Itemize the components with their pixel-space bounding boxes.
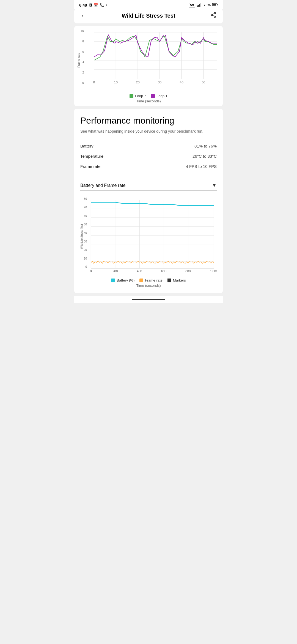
framerate-xlabel: Time (seconds): [77, 99, 220, 103]
stat-framerate-value: 4 FPS to 10 FPS: [186, 164, 217, 169]
svg-text:50: 50: [202, 81, 205, 84]
svg-line-10: [213, 15, 214, 16]
bottom-gesture-bar: [74, 296, 223, 303]
legend-loop7: Loop 7: [130, 94, 146, 98]
dot-indicator: •: [106, 3, 107, 7]
battery-icon: [212, 3, 218, 7]
status-time: 6:48: [79, 3, 87, 7]
framerate-y-ticks: 10 8 6 4 2 0: [81, 29, 85, 90]
svg-rect-2: [199, 4, 200, 7]
top-nav: ← Wild Life Stress Test: [74, 9, 223, 23]
dropdown-label: Battery and Frame rate: [80, 183, 126, 188]
stat-framerate: Frame rate 4 FPS to 10 FPS: [80, 161, 217, 171]
legend-framerate-color: [139, 279, 143, 282]
svg-rect-1: [198, 5, 199, 7]
battery-y-label: Wild Life Stress Test: [80, 224, 83, 249]
legend-battery: Battery (%): [111, 278, 134, 282]
performance-card: Performance monitoring See what was happ…: [74, 109, 223, 293]
svg-text:40: 40: [180, 81, 183, 84]
status-right: 5G 76%: [189, 3, 218, 7]
battery-chart-legend: Battery (%) Frame rate Markers: [80, 278, 217, 282]
svg-text:800: 800: [185, 270, 191, 273]
legend-markers: Markers: [167, 278, 186, 282]
battery-chart-wrapper: Wild Life Stress Test 80 70 60 50 40 30 …: [80, 197, 217, 275]
framerate-y-label: Frame rate: [77, 53, 80, 68]
svg-rect-3: [200, 3, 201, 7]
stat-temperature: Temperature 26°C to 33°C: [80, 151, 217, 161]
5g-icon: 5G: [189, 3, 195, 7]
legend-loop1: Loop 1: [151, 94, 167, 98]
svg-text:600: 600: [161, 270, 166, 273]
svg-text:0: 0: [90, 270, 92, 273]
legend-loop1-color: [151, 94, 155, 98]
svg-text:400: 400: [137, 270, 142, 273]
svg-text:200: 200: [112, 270, 118, 273]
svg-text:30: 30: [158, 81, 161, 84]
battery-pct: 76%: [204, 3, 211, 7]
stat-battery-label: Battery: [80, 144, 94, 148]
legend-markers-color: [167, 279, 171, 282]
perf-desc: See what was happening inside your devic…: [80, 129, 217, 134]
legend-loop7-label: Loop 7: [135, 94, 146, 98]
photo-icon: 🖼: [89, 3, 92, 7]
status-left: 6:48 🖼 📅 📞 •: [79, 3, 107, 7]
svg-rect-0: [197, 6, 198, 7]
dropdown-arrow-icon: ▼: [212, 182, 217, 188]
svg-rect-5: [217, 4, 218, 6]
stat-battery-value: 81% to 76%: [194, 144, 217, 148]
page-title: Wild Life Stress Test: [88, 13, 209, 19]
battery-xlabel: Time (seconds): [80, 283, 217, 288]
stat-temperature-label: Temperature: [80, 154, 103, 159]
share-button[interactable]: [209, 12, 218, 20]
framerate-svg: 0 10 20 30 40 50: [85, 29, 220, 90]
framerate-chart-wrapper: Frame rate 10 8 6 4 2 0: [77, 29, 220, 91]
legend-markers-label: Markers: [173, 278, 186, 282]
svg-text:10: 10: [114, 81, 118, 84]
phone-icon: 📞: [100, 3, 104, 7]
battery-y-ticks: 80 70 60 50 40 30 20 10 0: [84, 197, 88, 274]
legend-framerate-label: Frame rate: [145, 278, 163, 282]
status-bar: 6:48 🖼 📅 📞 • 5G 76%: [74, 0, 223, 9]
stat-battery: Battery 81% to 76%: [80, 141, 217, 151]
signal-icon: [197, 3, 202, 7]
legend-framerate: Frame rate: [139, 278, 163, 282]
battery-framerate-chart-container: Wild Life Stress Test 80 70 60 50 40 30 …: [80, 197, 217, 288]
framerate-legend: Loop 7 Loop 1: [77, 94, 220, 98]
back-button[interactable]: ←: [79, 12, 88, 19]
gesture-pill: [132, 299, 165, 300]
stat-temperature-value: 26°C to 33°C: [193, 154, 217, 159]
legend-loop7-color: [130, 94, 133, 98]
perf-title: Performance monitoring: [80, 115, 217, 126]
legend-battery-label: Battery (%): [117, 278, 134, 282]
svg-rect-6: [213, 4, 216, 6]
svg-text:1,000: 1,000: [210, 270, 217, 273]
legend-battery-color: [111, 279, 115, 282]
calendar-icon: 📅: [94, 3, 98, 7]
legend-loop1-label: Loop 1: [156, 94, 167, 98]
battery-svg: 0 200 400 600 800 1,000: [88, 197, 217, 274]
stat-framerate-label: Frame rate: [80, 164, 100, 169]
framerate-chart-card: Frame rate 10 8 6 4 2 0: [74, 26, 223, 106]
svg-line-11: [213, 13, 214, 15]
svg-text:20: 20: [136, 81, 139, 84]
svg-text:0: 0: [93, 81, 95, 84]
chart-type-dropdown[interactable]: Battery and Frame rate ▼: [80, 179, 217, 191]
perf-stats: Battery 81% to 76% Temperature 26°C to 3…: [80, 141, 217, 171]
